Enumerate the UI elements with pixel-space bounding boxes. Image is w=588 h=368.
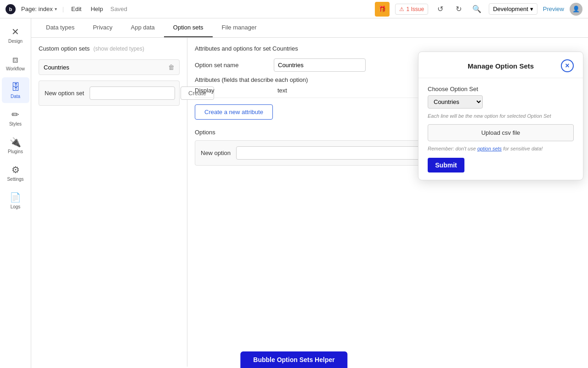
help-menu[interactable]: Help [89,6,105,12]
custom-option-sets-heading: Custom option sets [39,45,90,52]
tab-data-types[interactable]: Data types [37,18,84,37]
content-area: Data types Privacy App data Option sets … [31,18,588,368]
option-set-countries[interactable]: Countries 🗑 [39,59,180,75]
tabs-bar: Data types Privacy App data Option sets … [31,18,588,38]
dev-selector[interactable]: Development ▾ [489,3,537,15]
modal-body: Choose Option Set Countries Each line wi… [418,78,583,180]
modal-warning: Remember: don't use option sets for sens… [428,146,574,151]
save-status: Saved [110,6,127,12]
attr-display-type: text [277,87,287,94]
modal-header: Manage Option Sets × [418,52,583,78]
sidebar-item-label: Plugins [8,149,23,154]
choose-option-set-label: Choose Option Set [428,86,574,92]
sidebar-item-design[interactable]: ✕ Design [2,22,29,48]
option-set-name-input[interactable] [274,58,366,72]
option-set-select[interactable]: Countries [428,95,483,109]
sidebar-item-label: Styles [9,121,22,126]
issues-label: 1 Issue [406,6,424,12]
bubble-helper-button[interactable]: Bubble Option Sets Helper [240,351,347,368]
avatar[interactable]: 👤 [570,3,582,16]
content-inner: Custom option sets (show deleted types) … [31,38,588,367]
sidebar-item-label: Workflow [6,66,25,71]
app-logo[interactable]: b [6,4,16,14]
show-deleted-link[interactable]: (show deleted types) [93,46,144,52]
data-icon: 🗄 [11,82,20,92]
sidebar-item-logs[interactable]: 📄 Logs [2,188,29,213]
gift-icon: 🎁 [379,6,386,12]
option-sets-link[interactable]: option sets [477,146,502,151]
tab-app-data[interactable]: App data [122,18,164,37]
logs-icon: 📄 [10,192,21,203]
trash-icon[interactable]: 🗑 [168,63,175,71]
settings-icon: ⚙ [11,164,20,175]
gift-button[interactable]: 🎁 [375,2,390,17]
workflow-icon: ⧈ [12,54,18,65]
new-option-label: New option [201,150,231,156]
option-set-name: Countries [44,64,69,71]
sidebar-item-label: Logs [11,204,21,209]
sidebar-item-workflow[interactable]: ⧈ Workflow [2,50,29,75]
edit-menu[interactable]: Edit [69,6,83,12]
upload-csv-button[interactable]: Upload csv file [428,124,574,141]
page-selector[interactable]: Page: index ▾ [21,6,57,12]
modal-note: Each line will be the new option for sel… [428,113,574,119]
sidebar-item-plugins[interactable]: 🔌 Plugins [2,132,29,158]
page-chevron-icon: ▾ [55,6,57,12]
design-icon: ✕ [11,26,19,37]
sidebar-item-label: Data [11,94,20,99]
new-option-set-label: New option set [45,90,84,97]
redo-button[interactable]: ↻ [452,3,465,16]
right-panel-heading: Attributes and options for set Countries [195,45,581,52]
right-panel: Attributes and options for set Countries… [187,38,588,367]
manage-option-sets-modal: Manage Option Sets × Choose Option Set C… [418,52,583,180]
new-option-set-input[interactable] [90,86,175,100]
sidebar-item-data[interactable]: 🗄 Data [2,77,29,103]
plugins-icon: 🔌 [10,137,21,148]
preview-button[interactable]: Preview [543,6,564,12]
sidebar-item-label: Settings [7,177,23,182]
option-set-name-label: Option set name [195,62,268,69]
modal-title: Manage Option Sets [441,62,561,70]
undo-button[interactable]: ↺ [434,3,447,16]
topbar: b Page: index ▾ | Edit Help Saved 🎁 ⚠ 1 … [0,0,588,18]
tab-file-manager[interactable]: File manager [213,18,266,37]
modal-close-button[interactable]: × [561,59,574,72]
sidebar: ✕ Design ⧈ Workflow 🗄 Data ✏ Styles 🔌 Pl… [0,18,31,368]
create-attribute-button[interactable]: Create a new attribute [195,104,273,120]
styles-icon: ✏ [11,109,19,120]
submit-button[interactable]: Submit [428,158,464,172]
warning-icon: ⚠ [399,6,404,12]
attr-display-name: Display [195,87,250,94]
bottom-bar: Bubble Option Sets Helper [240,351,347,368]
tab-privacy[interactable]: Privacy [84,18,122,37]
dev-chevron-icon: ▾ [530,6,533,12]
left-panel: Custom option sets (show deleted types) … [31,38,187,367]
tab-option-sets[interactable]: Option sets [164,18,213,37]
issues-button[interactable]: ⚠ 1 Issue [395,4,428,15]
sidebar-item-label: Design [8,39,23,44]
sidebar-item-styles[interactable]: ✏ Styles [2,105,29,131]
new-option-set-row: New option set Create [39,80,180,106]
sidebar-item-settings[interactable]: ⚙ Settings [2,160,29,186]
search-button[interactable]: 🔍 [470,3,483,16]
